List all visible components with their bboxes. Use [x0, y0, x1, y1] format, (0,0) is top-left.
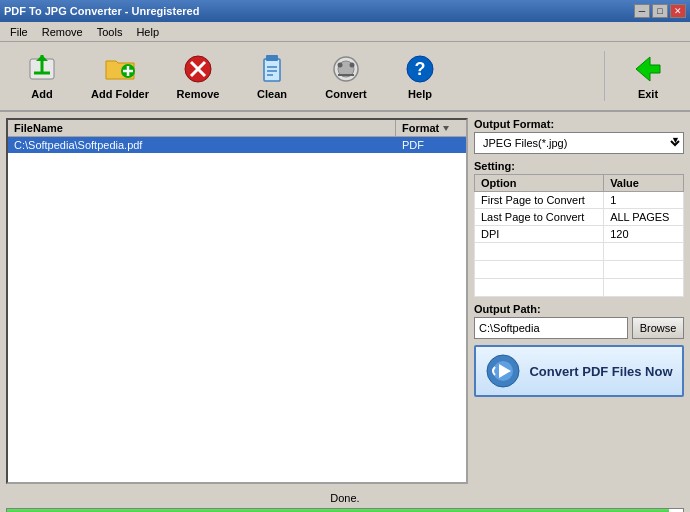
- toolbar: Add Add Folder Remove Clean: [0, 42, 690, 112]
- remove-label: Remove: [177, 88, 220, 100]
- remove-button[interactable]: Remove: [162, 46, 234, 106]
- output-format-section: Output Format: JPEG Files(*.jpg) PNG Fil…: [474, 118, 684, 154]
- svg-point-18: [350, 62, 355, 67]
- settings-option-1: First Page to Convert: [475, 192, 604, 209]
- window-controls: ─ □ ✕: [634, 4, 686, 18]
- help-button[interactable]: ? Help: [384, 46, 456, 106]
- clean-button[interactable]: Clean: [236, 46, 308, 106]
- settings-row-last-page: Last Page to Convert ALL PAGES: [475, 209, 684, 226]
- output-path-label: Output Path:: [474, 303, 684, 315]
- status-text: Done.: [330, 492, 359, 504]
- exit-button[interactable]: Exit: [612, 46, 684, 106]
- settings-value-3: 120: [604, 226, 684, 243]
- settings-value-2: ALL PAGES: [604, 209, 684, 226]
- file-format-cell: PDF: [396, 137, 466, 153]
- convert-pdf-label: Convert PDF Files Now: [529, 364, 672, 379]
- settings-value-1: 1: [604, 192, 684, 209]
- settings-option-3: DPI: [475, 226, 604, 243]
- clean-label: Clean: [257, 88, 287, 100]
- settings-col-value: Value: [604, 175, 684, 192]
- add-folder-label: Add Folder: [91, 88, 149, 100]
- output-path-section: Output Path: Browse: [474, 303, 684, 339]
- file-list-body[interactable]: C:\Softpedia\Softpedia.pdf PDF: [8, 137, 466, 482]
- progress-bar-container: [6, 508, 684, 512]
- svg-marker-23: [443, 126, 449, 131]
- settings-row-empty1: [475, 243, 684, 261]
- menu-bar: File Remove Tools Help: [0, 22, 690, 42]
- output-format-label: Output Format:: [474, 118, 684, 130]
- add-icon: [26, 53, 58, 85]
- settings-option-2: Last Page to Convert: [475, 209, 604, 226]
- settings-row-dpi: DPI 120: [475, 226, 684, 243]
- add-folder-icon: [104, 53, 136, 85]
- title-bar: PDF To JPG Converter - Unregistered ─ □ …: [0, 0, 690, 22]
- settings-row-empty2: [475, 261, 684, 279]
- svg-marker-22: [636, 57, 660, 81]
- svg-text:?: ?: [415, 59, 426, 79]
- svg-point-17: [338, 62, 343, 67]
- right-panel: Output Format: JPEG Files(*.jpg) PNG Fil…: [474, 118, 684, 484]
- output-path-input[interactable]: [474, 317, 628, 339]
- settings-table: Option Value First Page to Convert 1 Las…: [474, 174, 684, 297]
- remove-icon: [182, 53, 214, 85]
- add-button[interactable]: Add: [6, 46, 78, 106]
- main-content: FileName Format C:\Softpedia\Softpedia.p…: [0, 112, 690, 490]
- convert-label: Convert: [325, 88, 367, 100]
- sort-icon: [441, 123, 451, 133]
- exit-icon: [632, 53, 664, 85]
- file-list-header: FileName Format: [8, 120, 466, 137]
- menu-help[interactable]: Help: [130, 25, 165, 39]
- window-title: PDF To JPG Converter - Unregistered: [4, 5, 199, 17]
- convert-pdf-button[interactable]: Convert PDF Files Now: [474, 345, 684, 397]
- convert-button[interactable]: Convert: [310, 46, 382, 106]
- convert-icon: [330, 53, 362, 85]
- menu-remove[interactable]: Remove: [36, 25, 89, 39]
- add-label: Add: [31, 88, 52, 100]
- minimize-button[interactable]: ─: [634, 4, 650, 18]
- exit-label: Exit: [638, 88, 658, 100]
- file-name-cell: C:\Softpedia\Softpedia.pdf: [8, 137, 396, 153]
- settings-section: Setting: Option Value First Page to Conv…: [474, 160, 684, 297]
- col-format-header: Format: [396, 120, 466, 136]
- output-format-select[interactable]: JPEG Files(*.jpg) PNG Files(*.png) BMP F…: [474, 132, 684, 154]
- svg-rect-10: [264, 59, 280, 81]
- clean-icon: [256, 53, 288, 85]
- bottom-area: Done. Register PDF To JPG Converter Now!: [0, 490, 690, 512]
- settings-col-option: Option: [475, 175, 604, 192]
- help-icon: ?: [404, 53, 436, 85]
- settings-label: Setting:: [474, 160, 684, 172]
- help-label: Help: [408, 88, 432, 100]
- output-path-row: Browse: [474, 317, 684, 339]
- menu-file[interactable]: File: [4, 25, 34, 39]
- close-button[interactable]: ✕: [670, 4, 686, 18]
- browse-button[interactable]: Browse: [632, 317, 684, 339]
- convert-pdf-icon: [485, 353, 521, 389]
- settings-row-empty3: [475, 279, 684, 297]
- svg-rect-11: [266, 55, 278, 61]
- settings-row-first-page: First Page to Convert 1: [475, 192, 684, 209]
- menu-tools[interactable]: Tools: [91, 25, 129, 39]
- file-panel: FileName Format C:\Softpedia\Softpedia.p…: [6, 118, 468, 484]
- table-row[interactable]: C:\Softpedia\Softpedia.pdf PDF: [8, 137, 466, 153]
- col-filename-header: FileName: [8, 120, 396, 136]
- toolbar-separator: [604, 51, 606, 101]
- maximize-button[interactable]: □: [652, 4, 668, 18]
- add-folder-button[interactable]: Add Folder: [80, 46, 160, 106]
- output-format-wrapper: JPEG Files(*.jpg) PNG Files(*.png) BMP F…: [474, 132, 684, 154]
